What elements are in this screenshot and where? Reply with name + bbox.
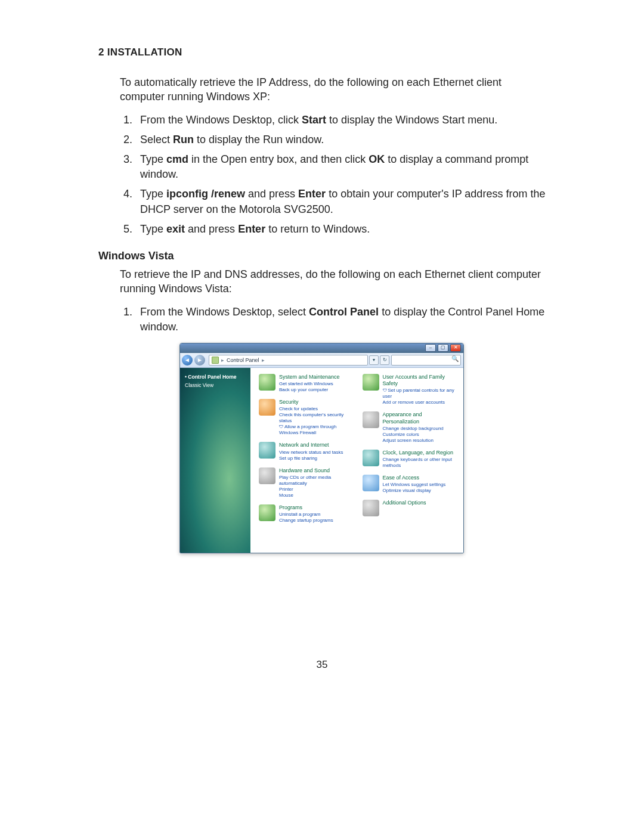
vista-heading: Windows Vista xyxy=(98,250,549,262)
category-link[interactable]: Mouse xyxy=(279,493,354,498)
cp-sidebar: Control Panel Home Classic View xyxy=(180,368,250,553)
category-icon xyxy=(259,399,275,416)
dropdown-button[interactable]: ▾ xyxy=(369,355,379,365)
category-link[interactable]: Change keyboards or other input methods xyxy=(383,457,458,469)
category-link[interactable]: Customize colors xyxy=(383,432,458,438)
category-link[interactable]: Change desktop background xyxy=(383,426,458,432)
category-title[interactable]: Hardware and Sound xyxy=(279,467,354,474)
category-link[interactable]: Optimize visual display xyxy=(383,488,446,494)
vista-steps: From the Windows Desktop, select Control… xyxy=(120,305,549,335)
category-link[interactable]: Check this computer's security status xyxy=(279,412,354,424)
category-link[interactable]: Change startup programs xyxy=(279,518,333,524)
category-icon xyxy=(259,467,275,484)
close-button[interactable]: ✕ xyxy=(450,344,461,352)
xp-step-3: Type cmd in the Open entry box, and then… xyxy=(135,152,549,182)
category-link[interactable]: Uninstall a program xyxy=(279,512,333,518)
section-header: 2 INSTALLATION xyxy=(98,47,549,58)
breadcrumb-path[interactable]: ▸ Control Panel ▸ xyxy=(209,355,368,366)
page-number: 35 xyxy=(317,659,328,671)
category-link[interactable]: Set up parental controls for any user xyxy=(383,388,458,400)
search-input[interactable] xyxy=(391,355,461,366)
window-titlebar: – ▢ ✕ xyxy=(180,343,463,353)
cp-category: Hardware and SoundPlay CDs or other medi… xyxy=(259,467,354,498)
vista-step-1: From the Windows Desktop, select Control… xyxy=(135,305,549,335)
category-title[interactable]: Programs xyxy=(279,504,333,511)
cp-category: Appearance and PersonalizationChange des… xyxy=(363,411,458,444)
maximize-button[interactable]: ▢ xyxy=(438,344,448,352)
category-icon xyxy=(259,374,275,391)
cp-category: User Accounts and Family SafetySet up pa… xyxy=(363,374,458,406)
xp-step-2: Select Run to display the Run window. xyxy=(135,132,549,147)
category-title[interactable]: Additional Options xyxy=(383,500,426,506)
cp-main: System and MaintenanceGet started with W… xyxy=(250,368,463,553)
cp-category: System and MaintenanceGet started with W… xyxy=(259,374,354,393)
cp-category: ProgramsUninstall a programChange startu… xyxy=(259,504,354,524)
category-link[interactable]: Set up file sharing xyxy=(279,456,343,462)
control-panel-window: – ▢ ✕ ◄ ► ▸ Control Panel ▸ ▾ ↻ xyxy=(179,343,464,553)
category-icon xyxy=(363,475,379,491)
sidebar-item-home[interactable]: Control Panel Home xyxy=(185,374,246,380)
xp-step-1: From the Windows Desktop, click Start to… xyxy=(135,113,549,128)
category-title[interactable]: Ease of Access xyxy=(383,475,446,481)
cp-category: Ease of AccessLet Windows suggest settin… xyxy=(363,475,458,494)
category-title[interactable]: User Accounts and Family Safety xyxy=(383,374,458,388)
control-panel-icon xyxy=(212,357,219,364)
category-title[interactable]: Appearance and Personalization xyxy=(383,411,458,425)
minimize-button[interactable]: – xyxy=(425,344,436,352)
category-icon xyxy=(259,504,275,521)
category-link[interactable]: Add or remove user accounts xyxy=(383,400,458,405)
cp-category: Network and InternetView network status … xyxy=(259,442,354,461)
vista-intro: To retrieve the IP and DNS addresses, do… xyxy=(120,267,549,296)
category-link[interactable]: Play CDs or other media automatically xyxy=(279,475,354,487)
category-link[interactable]: Back up your computer xyxy=(279,387,340,393)
back-button[interactable]: ◄ xyxy=(182,355,193,366)
category-icon xyxy=(363,500,379,516)
category-link[interactable]: Let Windows suggest settings xyxy=(383,482,446,488)
sidebar-item-classic[interactable]: Classic View xyxy=(185,382,246,388)
category-icon xyxy=(363,411,379,428)
category-icon xyxy=(259,442,275,459)
xp-step-5: Type exit and press Enter to return to W… xyxy=(135,222,549,237)
category-icon xyxy=(363,374,379,391)
xp-intro: To automatically retrieve the IP Address… xyxy=(120,75,549,104)
category-icon xyxy=(363,450,379,466)
cp-category: Clock, Language, and RegionChange keyboa… xyxy=(363,450,458,469)
category-title[interactable]: Security xyxy=(279,399,354,405)
refresh-button[interactable]: ↻ xyxy=(380,355,389,365)
category-title[interactable]: Network and Internet xyxy=(279,442,343,448)
forward-button[interactable]: ► xyxy=(194,355,205,366)
cp-category: SecurityCheck for updatesCheck this comp… xyxy=(259,399,354,436)
category-link[interactable]: Allow a program through Windows Firewall xyxy=(279,424,354,436)
address-bar: ◄ ► ▸ Control Panel ▸ ▾ ↻ xyxy=(180,353,463,368)
category-link[interactable]: Check for updates xyxy=(279,406,354,412)
xp-step-4: Type ipconfig /renew and press Enter to … xyxy=(135,187,549,216)
breadcrumb-sep-icon: ▸ xyxy=(262,357,265,363)
breadcrumb-sep-icon: ▸ xyxy=(221,357,224,363)
category-link[interactable]: View network status and tasks xyxy=(279,450,343,456)
category-link[interactable]: Get started with Windows xyxy=(279,381,340,387)
category-title[interactable]: System and Maintenance xyxy=(279,374,340,380)
xp-steps: From the Windows Desktop, click Start to… xyxy=(120,113,549,237)
category-title[interactable]: Clock, Language, and Region xyxy=(383,450,458,456)
category-link[interactable]: Adjust screen resolution xyxy=(383,438,458,444)
breadcrumb-label: Control Panel xyxy=(227,357,259,363)
cp-category: Additional Options xyxy=(363,500,458,516)
category-link[interactable]: Printer xyxy=(279,487,354,493)
